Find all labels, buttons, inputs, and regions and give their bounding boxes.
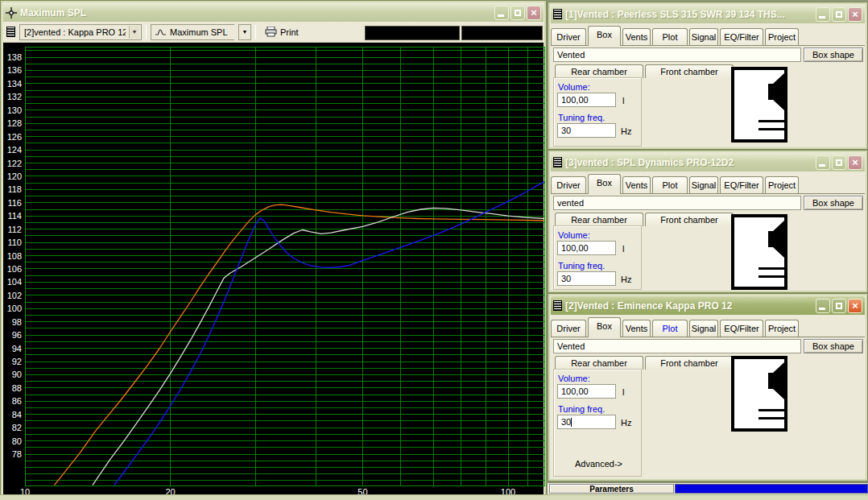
- svg-text:138: 138: [7, 52, 22, 62]
- minimize-button[interactable]: [816, 155, 830, 170]
- volume-unit: l: [622, 387, 624, 397]
- window3-titlebar[interactable]: [2]Vented : Eminence Kappa PRO 12 ×: [551, 296, 865, 315]
- volume-unit: l: [622, 96, 624, 105]
- tab-plot[interactable]: Plot: [652, 320, 688, 337]
- svg-text:102: 102: [7, 291, 22, 300]
- parameters-button[interactable]: Parameters: [549, 484, 674, 494]
- close-button[interactable]: ×: [527, 6, 541, 20]
- tab-front-chamber[interactable]: Front chamber: [645, 356, 734, 370]
- maximize-button[interactable]: [832, 155, 846, 170]
- plot-window-titlebar[interactable]: Maximum SPL ×: [3, 3, 544, 22]
- tuning-label: Tuning freq.: [558, 113, 605, 122]
- graph-selector[interactable]: Maximum SPL: [151, 24, 234, 40]
- tab-vents[interactable]: Vents: [622, 176, 651, 193]
- volume-label: Volume:: [558, 374, 590, 383]
- tab-box[interactable]: Box: [588, 26, 621, 46]
- tab-vents[interactable]: Vents: [622, 28, 651, 45]
- svg-text:112: 112: [7, 225, 22, 234]
- tab-signal[interactable]: Signal: [689, 28, 718, 45]
- box-diagram: [731, 67, 787, 146]
- tuning-unit: Hz: [621, 126, 631, 136]
- close-button[interactable]: ×: [848, 155, 862, 170]
- tuning-input[interactable]: [557, 123, 616, 138]
- tab-plot[interactable]: Plot: [652, 176, 688, 193]
- window1-title: [1]Vented : Peerless SLS 315 SWR 39 134 …: [565, 9, 812, 20]
- tab-eq-filter[interactable]: EQ/Filter: [720, 28, 763, 45]
- project-window-3: [2]Vented : Eminence Kappa PRO 12 × Driv…: [548, 293, 868, 481]
- box-diagram: [731, 214, 787, 293]
- plot-toolbar: [2]vented : Kappa PRO 12 ▼ Maximum SPL ▼…: [3, 22, 544, 43]
- tab-front-chamber[interactable]: Front chamber: [645, 64, 734, 78]
- tab-box[interactable]: Box: [588, 174, 621, 194]
- volume-input[interactable]: [557, 384, 616, 399]
- svg-text:108: 108: [7, 251, 22, 261]
- box-shape-button[interactable]: Box shape: [804, 196, 863, 210]
- tab-project[interactable]: Project: [765, 176, 799, 193]
- svg-text:124: 124: [7, 145, 22, 155]
- document-icon: [553, 300, 562, 311]
- svg-text:132: 132: [7, 92, 22, 101]
- chevron-down-icon[interactable]: ▼: [129, 26, 139, 39]
- tab-driver[interactable]: Driver: [551, 320, 586, 337]
- status-bar: Parameters: [548, 482, 868, 494]
- tab-rear-chamber[interactable]: Rear chamber: [555, 64, 643, 78]
- tuning-label: Tuning freq.: [558, 261, 605, 271]
- box-type-field[interactable]: vented: [553, 196, 801, 210]
- minimize-button[interactable]: [494, 6, 509, 20]
- document-icon: [553, 157, 562, 167]
- spl-chart-svg: 1381361341321301281261241221201181161141…: [3, 43, 545, 496]
- tab-driver[interactable]: Driver: [551, 176, 586, 193]
- volume-input[interactable]: [557, 93, 616, 107]
- tuning-input[interactable]: [557, 271, 616, 286]
- tab-rear-chamber[interactable]: Rear chamber: [555, 356, 643, 370]
- minimize-button[interactable]: [816, 299, 830, 313]
- tab-signal[interactable]: Signal: [689, 176, 718, 193]
- tab-project[interactable]: Project: [765, 320, 799, 337]
- box-shape-button[interactable]: Box shape: [804, 48, 863, 62]
- svg-text:116: 116: [7, 198, 22, 208]
- box-type-field[interactable]: Vented: [553, 339, 801, 353]
- svg-text:120: 120: [7, 171, 22, 181]
- chevron-down-icon: ▼: [242, 29, 248, 35]
- wave-icon: [155, 28, 167, 36]
- window2-title: [3]vented : SPL Dynamics PRO-12D2: [565, 157, 812, 168]
- volume-unit: l: [622, 244, 624, 254]
- svg-text:100: 100: [7, 304, 22, 313]
- tab-rear-chamber[interactable]: Rear chamber: [555, 213, 643, 226]
- svg-text:110: 110: [7, 238, 22, 247]
- tab-front-chamber[interactable]: Front chamber: [645, 213, 734, 226]
- svg-text:88: 88: [12, 383, 22, 393]
- tab-box[interactable]: Box: [588, 317, 621, 337]
- maximize-button[interactable]: [832, 7, 846, 22]
- tab-vents[interactable]: Vents: [622, 320, 651, 337]
- project-window-1: [1]Vented : Peerless SLS 315 SWR 39 134 …: [548, 2, 868, 150]
- tab-driver[interactable]: Driver: [551, 28, 586, 45]
- tab-eq-filter[interactable]: EQ/Filter: [720, 176, 763, 193]
- advanced-button[interactable]: Advanced->: [575, 459, 622, 469]
- tab-signal[interactable]: Signal: [689, 320, 718, 337]
- window2-titlebar[interactable]: [3]vented : SPL Dynamics PRO-12D2 ×: [551, 153, 865, 171]
- close-button[interactable]: ×: [848, 7, 862, 22]
- tab-plot[interactable]: Plot: [652, 28, 688, 45]
- box-shape-button[interactable]: Box shape: [804, 339, 863, 353]
- tuning-input[interactable]: 30: [557, 415, 616, 429]
- tuning-unit: Hz: [621, 418, 631, 428]
- window1-titlebar[interactable]: [1]Vented : Peerless SLS 315 SWR 39 134 …: [551, 5, 865, 23]
- volume-input[interactable]: [557, 241, 616, 255]
- box-type-field[interactable]: Vented: [553, 48, 801, 62]
- print-button[interactable]: Print: [260, 24, 304, 40]
- svg-text:84: 84: [12, 410, 22, 419]
- minimize-button[interactable]: [816, 7, 830, 22]
- maximize-button[interactable]: [832, 299, 846, 313]
- spl-chart[interactable]: 1381361341321301281261241221201181161141…: [3, 43, 544, 494]
- svg-text:118: 118: [7, 184, 22, 194]
- graph-selector-arrow[interactable]: ▼: [238, 24, 251, 40]
- tab-project[interactable]: Project: [765, 28, 799, 45]
- tab-eq-filter[interactable]: EQ/Filter: [720, 320, 763, 337]
- close-button[interactable]: ×: [848, 299, 862, 313]
- project-selector[interactable]: [2]vented : Kappa PRO 12 ▼: [19, 24, 142, 40]
- svg-text:128: 128: [7, 118, 22, 128]
- maximize-button[interactable]: [510, 6, 525, 20]
- document-icon: [553, 9, 562, 19]
- svg-text:92: 92: [12, 357, 22, 366]
